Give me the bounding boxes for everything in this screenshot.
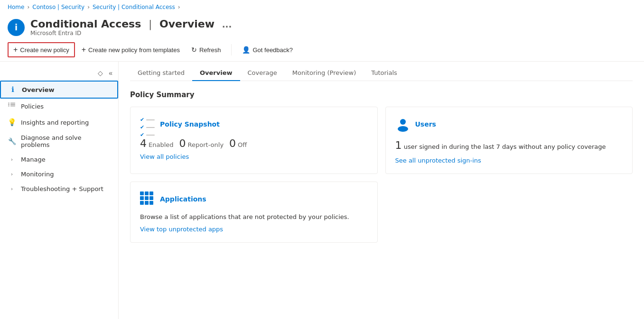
users-icon xyxy=(395,117,411,132)
sidebar-label-overview: Overview xyxy=(22,86,55,93)
main-layout: ◇ « ℹ Overview Policies xyxy=(0,62,644,319)
tab-coverage[interactable]: Coverage xyxy=(240,65,285,81)
spacer xyxy=(385,182,633,243)
refresh-button[interactable]: ↻ Refresh xyxy=(187,44,226,56)
sidebar-item-diagnose[interactable]: 🔧 Diagnose and solve problems xyxy=(0,130,118,152)
tab-tutorials[interactable]: Tutorials xyxy=(364,65,405,81)
breadcrumb-home[interactable]: Home xyxy=(8,4,24,10)
sidebar-label-insights: Insights and reporting xyxy=(21,119,89,126)
svg-point-6 xyxy=(400,119,406,125)
sidebar-item-troubleshooting[interactable]: › Troubleshooting + Support xyxy=(0,182,118,196)
sub-tabs: Getting started Overview Coverage Monito… xyxy=(130,62,633,81)
tab-getting-started[interactable]: Getting started xyxy=(130,65,192,81)
main-content: Getting started Overview Coverage Monito… xyxy=(119,62,644,319)
view-unprotected-apps-link[interactable]: View top unprotected apps xyxy=(140,226,223,233)
plus-icon-2: + xyxy=(82,46,86,54)
sidebar-item-insights[interactable]: 💡 Insights and reporting xyxy=(0,114,118,130)
info-icon: ℹ xyxy=(9,85,17,94)
report-only-label: Report-only xyxy=(188,141,224,148)
sidebar-label-troubleshooting: Troubleshooting + Support xyxy=(21,185,103,192)
svg-rect-5 xyxy=(10,106,15,106)
policy-snapshot-title: Policy Snapshot xyxy=(160,120,220,128)
svg-rect-3 xyxy=(10,103,15,103)
policy-snapshot-icon xyxy=(140,117,155,132)
sidebar-label-policies: Policies xyxy=(21,103,44,110)
view-all-policies-link[interactable]: View all policies xyxy=(140,153,189,160)
breadcrumb-conditional-access[interactable]: Security | Conditional Access xyxy=(93,4,175,10)
tab-monitoring[interactable]: Monitoring (Preview) xyxy=(285,65,364,81)
sidebar: ◇ « ℹ Overview Policies xyxy=(0,62,119,319)
sidebar-item-manage[interactable]: › Manage xyxy=(0,152,118,167)
sidebar-item-monitoring[interactable]: › Monitoring xyxy=(0,167,118,182)
list-icon xyxy=(8,102,16,110)
sidebar-label-manage: Manage xyxy=(21,156,46,163)
users-card: Users 1 user signed in during the last 7… xyxy=(385,107,633,174)
chevron-right-icon-manage: › xyxy=(8,157,16,162)
sidebar-controls: ◇ « xyxy=(0,65,118,81)
toolbar: + Create new policy + Create new policy … xyxy=(0,38,644,62)
applications-card-header: Applications xyxy=(140,191,368,207)
plus-icon: + xyxy=(13,46,18,54)
sidebar-label-diagnose: Diagnose and solve problems xyxy=(21,134,111,148)
applications-description: Browse a list of applications that are n… xyxy=(140,212,368,222)
section-title: Policy Summary xyxy=(130,91,633,99)
wrench-icon: 🔧 xyxy=(8,137,16,145)
users-description: 1 user signed in during the last 7 days … xyxy=(395,137,623,153)
sidebar-collapse-btn[interactable]: « xyxy=(107,67,114,79)
off-stat: 0 Off xyxy=(229,137,247,149)
svg-rect-0 xyxy=(8,103,9,103)
refresh-icon: ↻ xyxy=(191,46,197,54)
create-from-templates-button[interactable]: + Create new policy from templates xyxy=(77,43,185,56)
chevron-right-icon-monitoring: › xyxy=(8,172,16,177)
toolbar-divider xyxy=(231,44,232,55)
report-only-stat: 0 Report-only xyxy=(179,137,224,149)
chevron-right-icon-troubleshooting: › xyxy=(8,186,16,191)
see-unprotected-signins-link[interactable]: See all unprotected sign-ins xyxy=(395,157,481,164)
policy-stats: 4 Enabled 0 Report-only 0 Off xyxy=(140,137,368,149)
tab-overview[interactable]: Overview xyxy=(192,65,240,81)
policy-snapshot-card: Policy Snapshot 4 Enabled 0 Report-only … xyxy=(130,107,378,174)
enabled-label: Enabled xyxy=(149,141,174,148)
top-cards-row: Policy Snapshot 4 Enabled 0 Report-only … xyxy=(130,107,633,174)
sidebar-item-overview[interactable]: ℹ Overview xyxy=(0,81,118,99)
sidebar-item-policies[interactable]: Policies xyxy=(0,99,118,114)
page-icon: i xyxy=(8,19,25,36)
report-only-count: 0 xyxy=(179,137,186,149)
more-options-icon[interactable]: ... xyxy=(222,19,232,29)
enabled-stat: 4 Enabled xyxy=(140,137,174,149)
sidebar-label-monitoring: Monitoring xyxy=(21,171,54,178)
page-header: i Conditional Access | Overview ... Micr… xyxy=(0,14,644,38)
bottom-cards-row: Applications Browse a list of applicatio… xyxy=(130,182,633,243)
create-new-policy-button[interactable]: + Create new policy xyxy=(8,42,75,57)
got-feedback-button[interactable]: 👤 Got feedback? xyxy=(237,44,298,56)
breadcrumb-security[interactable]: Contoso | Security xyxy=(32,4,84,10)
applications-icon xyxy=(140,191,155,207)
feedback-icon: 👤 xyxy=(242,46,250,54)
svg-rect-2 xyxy=(8,106,9,106)
page-title: Conditional Access | Overview ... xyxy=(30,18,232,30)
svg-rect-1 xyxy=(8,104,9,105)
applications-card-title: Applications xyxy=(160,195,206,203)
svg-point-7 xyxy=(398,126,408,132)
svg-rect-4 xyxy=(10,104,15,105)
applications-card: Applications Browse a list of applicatio… xyxy=(130,182,378,243)
page-title-block: Conditional Access | Overview ... Micros… xyxy=(30,18,232,36)
users-card-header: Users xyxy=(395,117,623,132)
policy-snapshot-header: Policy Snapshot xyxy=(140,117,368,132)
bulb-icon: 💡 xyxy=(8,118,16,127)
breadcrumb: Home › Contoso | Security › Security | C… xyxy=(0,0,644,14)
users-card-title: Users xyxy=(415,120,436,128)
off-label: Off xyxy=(238,141,247,148)
off-count: 0 xyxy=(229,137,236,149)
enabled-count: 4 xyxy=(140,137,147,149)
sidebar-diamond-btn[interactable]: ◇ xyxy=(96,67,105,79)
page-subtitle: Microsoft Entra ID xyxy=(30,30,232,36)
